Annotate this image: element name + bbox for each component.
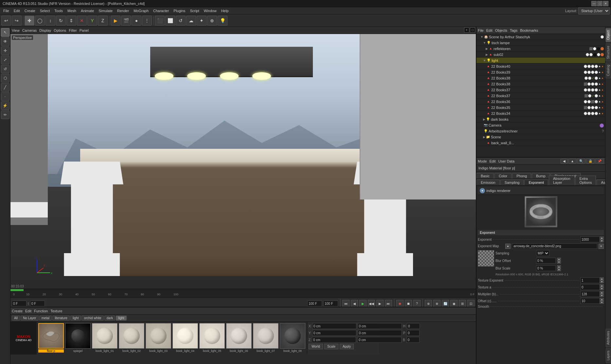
attr-menu-userdata[interactable]: User Data: [498, 159, 515, 163]
texture-a-input[interactable]: [580, 284, 600, 290]
obj-menu-objects[interactable]: Objects: [495, 28, 507, 32]
viewport-maximize-button[interactable]: □: [470, 27, 475, 33]
knife-tool[interactable]: ⚡: [1, 101, 9, 110]
side-tab-object[interactable]: Object: [605, 28, 611, 42]
obj-menu-tags[interactable]: Tags: [510, 28, 517, 32]
off-stepper[interactable]: ▲▼: [600, 298, 604, 304]
menu-mograph[interactable]: MoGraph: [132, 8, 151, 13]
obj-row-books36[interactable]: 🔺 22 Books36 ▲ ▲: [476, 99, 605, 105]
menu-tools[interactable]: Tools: [52, 8, 65, 13]
tex-a-stepper[interactable]: ▲▼: [600, 284, 604, 290]
obj-btn4[interactable]: ☁: [186, 16, 196, 26]
material-item-book-light-03[interactable]: book_light_03: [145, 323, 171, 353]
menu-select[interactable]: Select: [38, 8, 52, 13]
ipr-button[interactable]: ●: [132, 16, 141, 26]
filter-dark[interactable]: dark: [104, 316, 115, 321]
cancel-button[interactable]: ✕: [77, 16, 87, 26]
viewport-menu-options[interactable]: Options: [54, 28, 66, 32]
obj-row-reflektoren[interactable]: ▶ 🔺 reflektoren ⬤: [476, 46, 605, 52]
filter-metal[interactable]: metal: [39, 316, 52, 321]
tab-emission[interactable]: Emission: [476, 180, 500, 185]
viewport-menu-display[interactable]: Display: [39, 28, 51, 32]
question-button[interactable]: ?: [413, 300, 421, 307]
filter-no-layer[interactable]: No Layer: [21, 316, 39, 321]
scale-tool[interactable]: ⤢: [1, 56, 9, 64]
prev-frame-button[interactable]: ◀: [351, 300, 358, 307]
stepper-down[interactable]: ▼: [600, 239, 604, 242]
side-tab-structure[interactable]: Structure: [605, 43, 611, 61]
obj-row-sub02[interactable]: ▶ 🔺 sub02 ⬤: [476, 52, 605, 58]
obj-row-books34[interactable]: 🔺 22 Books34 ▲ ▲: [476, 111, 605, 116]
menu-help[interactable]: Help: [219, 8, 231, 13]
menu-window[interactable]: Window: [202, 8, 219, 13]
view-tool[interactable]: 👁: [1, 37, 9, 46]
viewport-menu-cameras[interactable]: Cameras: [22, 28, 37, 32]
tab-extra-options[interactable]: Extra Options: [575, 176, 596, 185]
menu-simulate[interactable]: Simulate: [97, 8, 115, 13]
attr-btn1[interactable]: ◀: [561, 159, 568, 164]
filter-orchid[interactable]: orchid white: [81, 316, 103, 321]
side-tab-catalog[interactable]: Catalog: [605, 62, 611, 78]
material-item-book-light-02[interactable]: book_light_02: [118, 323, 145, 353]
z-size-input[interactable]: [357, 337, 402, 343]
blur-scale-stepper[interactable]: ▲▼: [557, 265, 561, 271]
obj-btn1[interactable]: ⬛: [155, 16, 165, 26]
viewport-menu-filter[interactable]: Filter: [69, 28, 77, 32]
move-tool[interactable]: ✛: [1, 46, 9, 55]
obj-row-books37b[interactable]: 🔺 22 Books37 ✓ ▲ ▲: [476, 93, 605, 99]
redo-button[interactable]: ↪: [12, 16, 22, 26]
menu-character[interactable]: Character: [151, 8, 171, 13]
obj-row-dark-books[interactable]: ▶ 💡 dark books: [476, 116, 605, 122]
filter-literature[interactable]: literature: [52, 316, 70, 321]
scale-button[interactable]: ⇕: [66, 16, 76, 26]
y-pos-input[interactable]: [312, 330, 356, 336]
key-button6[interactable]: ⊡: [467, 300, 475, 307]
exponent-value-input[interactable]: [580, 236, 600, 242]
obj-btn2[interactable]: ⬜: [165, 16, 175, 26]
viewport-menu-view[interactable]: View: [12, 28, 20, 32]
material-item-book-light-08[interactable]: book_light_08: [279, 323, 306, 353]
go-end-button[interactable]: ⏭: [385, 300, 392, 307]
rotate-button[interactable]: ↻: [56, 16, 66, 26]
blur-offset-input[interactable]: [536, 258, 556, 264]
obj-btn6[interactable]: ⊕: [207, 16, 217, 26]
attr-btn5[interactable]: 📌: [595, 159, 604, 164]
key-button3[interactable]: 🔄: [442, 300, 449, 307]
layout-select[interactable]: Startup (User: [578, 7, 610, 14]
obj-row-books38a[interactable]: 🔺 22 Books38 ✓ ▲ ▲: [476, 75, 605, 81]
viewport-expand-button[interactable]: +: [464, 27, 469, 33]
side-tab-layers[interactable]: Layers: [605, 348, 611, 363]
close-button[interactable]: ✕: [603, 1, 608, 6]
obj-menu-edit[interactable]: Edit: [486, 28, 493, 32]
tab-color[interactable]: Color: [494, 173, 512, 179]
blur-offset-stepper[interactable]: ▲▼: [557, 258, 561, 264]
menu-animate[interactable]: Animate: [79, 8, 96, 13]
obj-row-camera[interactable]: 📷 Camera ⬤: [476, 122, 605, 128]
poly-tool[interactable]: ⬡: [1, 74, 9, 82]
map-link-button[interactable]: ●: [505, 244, 511, 249]
sampling-select[interactable]: MIP SAT: [536, 250, 549, 256]
key-button4[interactable]: ◉: [450, 300, 458, 307]
texture-exponent-input[interactable]: [580, 277, 600, 283]
filter-light1[interactable]: light: [70, 316, 81, 321]
current-frame-input[interactable]: [12, 301, 27, 306]
blur-scale-input[interactable]: [536, 265, 556, 271]
mat-toolbar-texture[interactable]: Texture: [50, 309, 62, 313]
tab-absorption[interactable]: Absorption Layer: [549, 176, 575, 185]
obj-row-tischlampe[interactable]: ▼ 💡 tisch lampe: [476, 40, 605, 46]
obj-row-arbeits[interactable]: 💡 Arbeitszeitrechner ?: [476, 128, 605, 134]
stop-button[interactable]: ⏹: [405, 300, 412, 307]
exponent-map-file-input[interactable]: [512, 243, 597, 249]
material-item-floor-p[interactable]: floor p: [38, 323, 64, 353]
menu-plugins[interactable]: Plugins: [171, 8, 187, 13]
obj-btn7[interactable]: 💡: [218, 16, 227, 26]
offset-input[interactable]: [580, 298, 600, 304]
viewport-menu-panel[interactable]: Panel: [80, 28, 89, 32]
menu-render[interactable]: Render: [115, 8, 131, 13]
b-input[interactable]: [406, 337, 420, 343]
selection-button[interactable]: ◯: [35, 16, 45, 26]
tab-sampling[interactable]: Sampling: [500, 180, 524, 185]
scale-button-transform[interactable]: Scale: [324, 344, 338, 349]
filter-light2[interactable]: light: [116, 316, 126, 321]
y-size-input[interactable]: [358, 330, 402, 336]
